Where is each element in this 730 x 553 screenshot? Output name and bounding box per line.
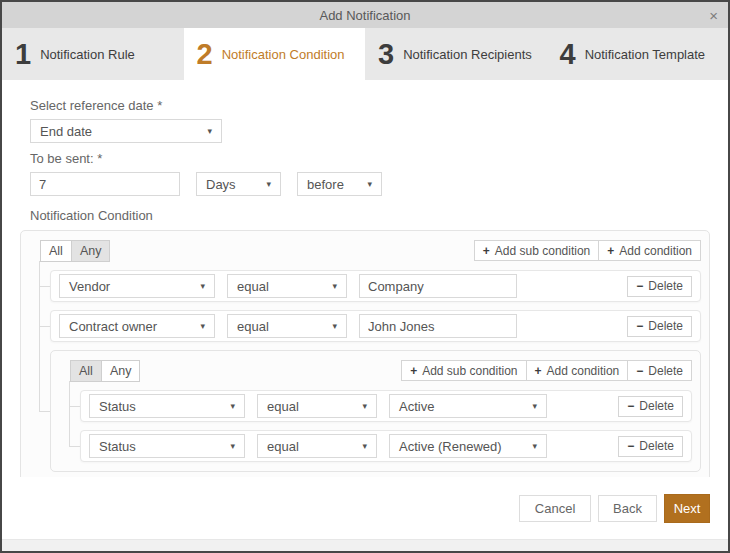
cancel-button[interactable]: Cancel xyxy=(519,495,591,522)
group-header: All Any + Add sub condition + A xyxy=(70,360,692,382)
reference-date-select[interactable]: End date ▾ xyxy=(30,119,222,143)
add-condition-button[interactable]: + Add condition xyxy=(526,360,629,381)
tab-notification-recipients[interactable]: 3 Notification Recipients xyxy=(365,28,547,80)
button-label: Add sub condition xyxy=(422,364,517,378)
condition-section-label: Notification Condition xyxy=(30,208,710,223)
button-label: Delete xyxy=(639,439,674,453)
group-toggle: All Any xyxy=(70,360,140,382)
reference-date-label: Select reference date * xyxy=(30,98,710,113)
chevron-down-icon: ▾ xyxy=(532,441,537,451)
chevron-down-icon: ▾ xyxy=(200,321,205,331)
condition-rule: Status ▾ equal ▾ Active (Renewed) xyxy=(80,430,692,462)
rule-delete-button[interactable]: − Delete xyxy=(618,436,683,457)
minus-icon: − xyxy=(627,440,634,452)
field-value: Status xyxy=(99,399,136,414)
plus-icon: + xyxy=(483,245,490,257)
tab-notification-rule[interactable]: 1 Notification Rule xyxy=(2,28,184,80)
timing-value: before xyxy=(307,177,344,192)
add-sub-condition-button[interactable]: + Add sub condition xyxy=(401,360,526,381)
condition-rule: Vendor ▾ equal ▾ − Delete xyxy=(50,270,701,302)
add-condition-button[interactable]: + Add condition xyxy=(598,240,701,261)
chevron-down-icon: ▾ xyxy=(362,401,367,411)
rule-field-select[interactable]: Status ▾ xyxy=(89,434,245,458)
group-toggle: All Any xyxy=(40,240,110,262)
tab-label: Notification Template xyxy=(585,47,705,62)
condition-group-nested: All Any + Add sub condition + A xyxy=(50,350,701,472)
add-sub-condition-button[interactable]: + Add sub condition xyxy=(474,240,599,261)
to-be-sent-unit-select[interactable]: Days ▾ xyxy=(196,172,281,196)
titlebar: Add Notification × xyxy=(2,2,728,28)
chevron-down-icon: ▾ xyxy=(332,321,337,331)
chevron-down-icon: ▾ xyxy=(532,401,537,411)
to-be-sent-row: Days ▾ before ▾ xyxy=(30,172,710,196)
button-label: Add condition xyxy=(547,364,620,378)
rule-operator-select[interactable]: equal ▾ xyxy=(227,314,347,338)
plus-icon: + xyxy=(535,365,542,377)
tab-number: 1 xyxy=(15,40,31,69)
tab-number: 2 xyxy=(197,40,213,69)
tab-number: 3 xyxy=(378,40,394,69)
rule-value-input[interactable] xyxy=(359,274,517,298)
rule-value-input[interactable] xyxy=(359,314,517,338)
rule-field-select[interactable]: Vendor ▾ xyxy=(59,274,215,298)
step-content: Select reference date * End date ▾ To be… xyxy=(2,80,728,477)
close-icon[interactable]: × xyxy=(709,8,718,23)
condition-rule: Contract owner ▾ equal ▾ − Delete xyxy=(50,310,701,342)
group-toggle-any[interactable]: Any xyxy=(101,360,141,382)
to-be-sent-amount-input[interactable] xyxy=(30,172,180,196)
minus-icon: − xyxy=(636,365,643,377)
button-label: Add condition xyxy=(619,244,692,258)
button-label: Delete xyxy=(648,279,683,293)
button-label: Delete xyxy=(639,399,674,413)
minus-icon: − xyxy=(636,320,643,332)
tab-number: 4 xyxy=(560,40,576,69)
group-toggle-all[interactable]: All xyxy=(70,360,102,382)
add-notification-dialog: Add Notification × 1 Notification Rule 2… xyxy=(0,0,730,553)
group-actions: + Add sub condition + Add condition − De… xyxy=(401,360,692,381)
tab-label: Notification Rule xyxy=(40,47,135,62)
to-be-sent-timing-select[interactable]: before ▾ xyxy=(297,172,382,196)
tab-label: Notification Condition xyxy=(222,47,345,62)
group-toggle-all[interactable]: All xyxy=(40,240,72,262)
condition-group-root: All Any + Add sub condition + Add condit… xyxy=(20,230,710,477)
rules-list: Status ▾ equal ▾ Active xyxy=(60,390,692,462)
bottom-strip xyxy=(2,539,728,551)
next-button[interactable]: Next xyxy=(664,494,710,523)
chevron-down-icon: ▾ xyxy=(230,441,235,451)
rule-row: Contract owner ▾ equal ▾ − Delete xyxy=(50,310,701,342)
value-value: Active (Renewed) xyxy=(399,439,502,454)
value-value: Active xyxy=(399,399,434,414)
wizard-tabs: 1 Notification Rule 2 Notification Condi… xyxy=(2,28,728,80)
dialog-title: Add Notification xyxy=(319,8,410,23)
button-label: Add sub condition xyxy=(495,244,590,258)
chevron-down-icon: ▾ xyxy=(367,179,372,189)
rule-delete-button[interactable]: − Delete xyxy=(627,276,692,297)
reference-date-value: End date xyxy=(40,124,92,139)
button-label: Delete xyxy=(648,364,683,378)
rule-field-select[interactable]: Status ▾ xyxy=(89,394,245,418)
rule-operator-select[interactable]: equal ▾ xyxy=(257,394,377,418)
rule-value-select[interactable]: Active (Renewed) ▾ xyxy=(389,434,547,458)
rule-row: Status ▾ equal ▾ Active (Renewed) xyxy=(80,430,692,462)
chevron-down-icon: ▾ xyxy=(362,441,367,451)
tab-label: Notification Recipients xyxy=(403,47,532,62)
rules-list: Vendor ▾ equal ▾ − Delete xyxy=(30,270,701,472)
tab-notification-condition[interactable]: 2 Notification Condition xyxy=(184,28,366,80)
field-value: Status xyxy=(99,439,136,454)
rule-row: Status ▾ equal ▾ Active xyxy=(80,390,692,422)
to-be-sent-label: To be sent: * xyxy=(30,151,710,166)
group-delete-button[interactable]: − Delete xyxy=(627,360,692,381)
chevron-down-icon: ▾ xyxy=(207,126,212,136)
operator-value: equal xyxy=(237,319,269,334)
rule-operator-select[interactable]: equal ▾ xyxy=(227,274,347,298)
field-value: Vendor xyxy=(69,279,110,294)
rule-delete-button[interactable]: − Delete xyxy=(627,316,692,337)
rule-operator-select[interactable]: equal ▾ xyxy=(257,434,377,458)
back-button[interactable]: Back xyxy=(598,495,657,522)
rule-field-select[interactable]: Contract owner ▾ xyxy=(59,314,215,338)
rule-delete-button[interactable]: − Delete xyxy=(618,396,683,417)
plus-icon: + xyxy=(410,365,417,377)
group-toggle-any[interactable]: Any xyxy=(71,240,111,262)
tab-notification-template[interactable]: 4 Notification Template xyxy=(547,28,729,80)
rule-value-select[interactable]: Active ▾ xyxy=(389,394,547,418)
